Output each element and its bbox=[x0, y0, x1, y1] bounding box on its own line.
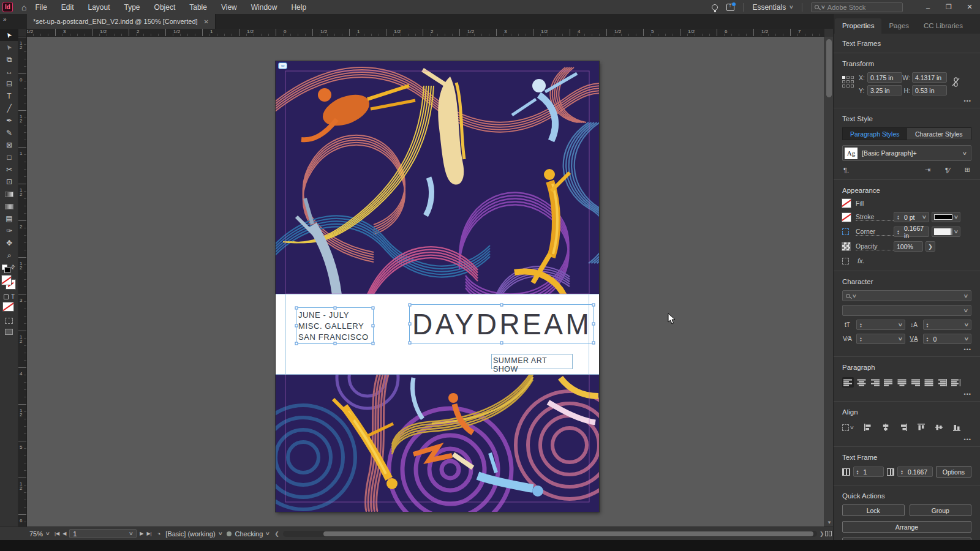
previous-page-button[interactable]: ◀ bbox=[62, 531, 66, 536]
align-bottom-edges-icon[interactable] bbox=[950, 422, 963, 433]
selection-handle[interactable] bbox=[295, 307, 298, 310]
pencil-tool[interactable]: ✎ bbox=[0, 127, 18, 139]
clear-overrides-icon[interactable]: ¶⁄ bbox=[945, 167, 950, 174]
gap-tool[interactable]: ↔ bbox=[0, 66, 18, 78]
effects-button[interactable]: fx. bbox=[858, 257, 865, 264]
workspace-switcher[interactable]: Essentials ∨ bbox=[752, 3, 793, 12]
align-center-icon[interactable] bbox=[856, 377, 867, 388]
menu-layout[interactable]: Layout bbox=[88, 3, 110, 12]
selection-handle[interactable] bbox=[592, 304, 595, 307]
font-style-dropdown[interactable]: ∨ bbox=[842, 305, 971, 316]
text-frame-options-button[interactable]: Options bbox=[936, 466, 971, 478]
font-size-field[interactable]: ▲▼∨ bbox=[856, 320, 905, 330]
character-more-options-button[interactable]: ••• bbox=[842, 344, 971, 356]
constrain-proportions-icon[interactable] bbox=[952, 77, 960, 88]
group-button[interactable]: Group bbox=[910, 504, 972, 516]
first-page-button[interactable]: |◀ bbox=[55, 531, 59, 536]
paragraph-style-options-icon[interactable]: ¶. bbox=[843, 167, 849, 174]
menu-window[interactable]: Window bbox=[251, 3, 277, 12]
cc-link-badge-icon[interactable]: ∞ bbox=[278, 62, 287, 69]
tab-properties[interactable]: Properties bbox=[835, 18, 881, 34]
learn-lightbulb-icon[interactable] bbox=[712, 4, 718, 10]
rectangle-tool[interactable]: □ bbox=[0, 151, 18, 163]
align-v-centers-icon[interactable] bbox=[932, 422, 945, 433]
align-top-edges-icon[interactable] bbox=[914, 422, 927, 433]
selection-handle[interactable] bbox=[333, 342, 336, 345]
restore-button[interactable]: ❐ bbox=[938, 0, 959, 14]
zoom-tool[interactable]: ⌕ bbox=[0, 249, 18, 261]
paragraph-styles-tab[interactable]: Paragraph Styles bbox=[843, 128, 907, 140]
selection-handle[interactable] bbox=[500, 304, 503, 307]
scroll-down-icon[interactable]: ▼ bbox=[827, 520, 832, 525]
new-style-icon[interactable]: ⊞ bbox=[965, 166, 970, 174]
columns-field[interactable]: ▲▼1 bbox=[853, 467, 884, 477]
stroke-style-dropdown[interactable]: ∨ bbox=[932, 212, 960, 222]
tracking-field[interactable]: ▲▼0∨ bbox=[923, 334, 972, 344]
dates-text-frame[interactable]: JUNE - JULY MISC. GALLERY SAN FRANCISCO bbox=[296, 307, 374, 344]
postcard-page[interactable]: ∞ JUNE - JULY MISC. GALLERY SAN FRANCISC… bbox=[276, 61, 599, 512]
pen-tool[interactable]: ✒ bbox=[0, 114, 18, 127]
align-more-options-button[interactable]: ••• bbox=[842, 434, 971, 446]
w-field[interactable]: 4.1317 in bbox=[912, 72, 947, 83]
opacity-label[interactable]: Opacity bbox=[856, 242, 894, 250]
horizontal-ruler[interactable]: 1/231/221/211/201/211/221/231/241/251/26… bbox=[18, 29, 824, 37]
panel-expander-icon[interactable]: » bbox=[3, 16, 7, 23]
selection-handle[interactable] bbox=[592, 342, 595, 345]
preflight-menu-icon[interactable]: ◔ bbox=[157, 530, 161, 538]
preflight-profile-control[interactable]: [Basic] (working) ∨ bbox=[165, 530, 222, 538]
font-family-dropdown[interactable]: ∨ ∨ bbox=[842, 290, 971, 301]
stroke-label[interactable]: Stroke bbox=[856, 213, 894, 221]
vertical-scrollbar[interactable]: ▼ bbox=[824, 37, 833, 527]
default-fill-stroke-icon[interactable] bbox=[2, 264, 7, 270]
screen-mode-icon[interactable] bbox=[5, 329, 13, 335]
opacity-field[interactable]: 100% bbox=[894, 241, 923, 252]
menu-table[interactable]: Table bbox=[189, 3, 207, 12]
selection-handle[interactable] bbox=[500, 342, 503, 345]
document-tab[interactable]: *set-up-a-postcard_END_V2.indd @ 150% [C… bbox=[27, 14, 216, 29]
tab-pages[interactable]: Pages bbox=[881, 18, 916, 34]
frame-options-icon[interactable] bbox=[842, 258, 849, 264]
title-text-frame[interactable]: DAYDREAM bbox=[409, 304, 594, 343]
align-left-icon[interactable] bbox=[842, 377, 854, 388]
lock-button[interactable]: Lock bbox=[842, 504, 905, 516]
transform-more-options-button[interactable]: ••• bbox=[842, 96, 971, 108]
redefine-style-icon[interactable]: ⇥ bbox=[925, 166, 930, 174]
selection-handle[interactable] bbox=[372, 324, 375, 328]
stroke-weight-field[interactable]: ▲▼ 0 pt ∨ bbox=[894, 212, 929, 222]
h-field[interactable]: 0.53 in bbox=[912, 85, 947, 96]
selection-handle[interactable] bbox=[409, 304, 412, 307]
canvas[interactable]: ∞ JUNE - JULY MISC. GALLERY SAN FRANCISC… bbox=[27, 37, 824, 527]
eyedropper-tool[interactable]: ✑ bbox=[0, 225, 18, 237]
scroll-right-icon[interactable]: ❯ bbox=[820, 531, 824, 537]
page-number-field[interactable]: 1 ∨ bbox=[69, 529, 137, 538]
gradient-tool[interactable] bbox=[0, 188, 18, 200]
next-page-button[interactable]: ▶ bbox=[140, 531, 143, 536]
horizontal-scrollbar[interactable] bbox=[283, 531, 817, 537]
align-to-dropdown[interactable]: ∨ bbox=[842, 424, 856, 431]
kerning-field[interactable]: ▲▼∨ bbox=[856, 334, 905, 344]
minimize-button[interactable]: – bbox=[918, 0, 938, 14]
gradient-feather-tool[interactable] bbox=[0, 200, 18, 212]
corner-label[interactable]: Corner bbox=[856, 228, 894, 236]
hand-tool[interactable]: ✥ bbox=[0, 237, 18, 249]
justify-center-icon[interactable] bbox=[896, 377, 908, 388]
frame-tool[interactable]: ⊠ bbox=[0, 139, 18, 151]
gutter-field[interactable]: ▲▼0.1667 bbox=[897, 467, 933, 477]
align-right-edges-icon[interactable] bbox=[897, 422, 910, 433]
selection-handle[interactable] bbox=[295, 324, 298, 328]
y-field[interactable]: 3.25 in bbox=[867, 85, 902, 96]
ruler-origin-box[interactable] bbox=[18, 29, 27, 37]
opacity-more-button[interactable]: ❯ bbox=[925, 241, 935, 252]
menu-file[interactable]: File bbox=[35, 3, 47, 12]
scroll-left-icon[interactable]: ❮ bbox=[274, 531, 279, 537]
tab-cc-libraries[interactable]: CC Libraries bbox=[916, 18, 970, 34]
paragraph-more-options-button[interactable]: ••• bbox=[842, 389, 971, 401]
fill-swatch[interactable] bbox=[2, 276, 11, 285]
share-icon[interactable] bbox=[726, 4, 734, 11]
free-transform-tool[interactable]: ⊡ bbox=[0, 176, 18, 188]
formatting-affects-container-icon[interactable] bbox=[4, 294, 9, 299]
formatting-affects-text-icon[interactable]: T bbox=[11, 293, 15, 300]
view-options-icon[interactable] bbox=[5, 318, 13, 324]
justify-left-icon[interactable] bbox=[883, 377, 894, 388]
preflight-status-control[interactable]: Checking ∨ bbox=[227, 530, 270, 538]
